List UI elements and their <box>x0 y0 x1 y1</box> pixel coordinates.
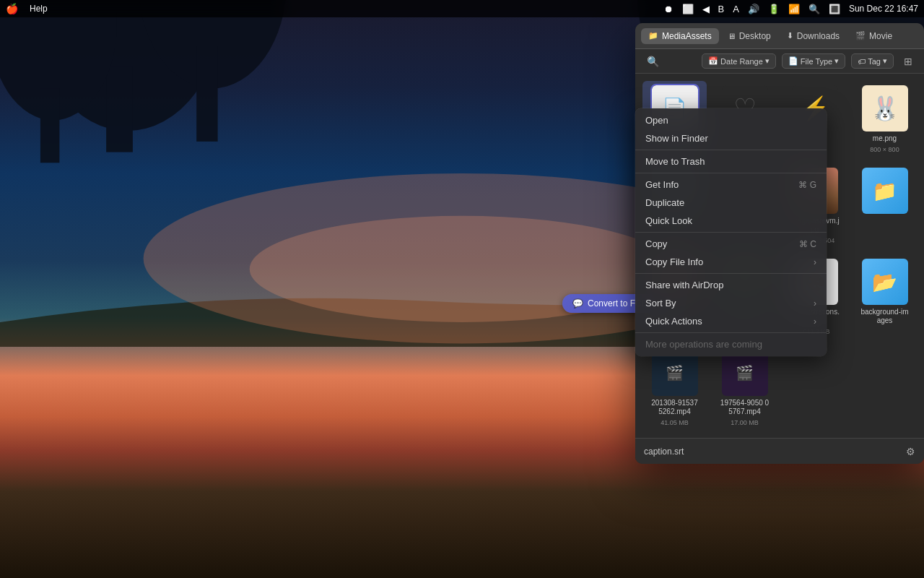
list-item[interactable]: 🎬 197564-9050 05767.mp4 17.00 MB <box>712 345 777 431</box>
item-label: 201308-91537 5262.mp4 <box>650 399 700 416</box>
separator <box>635 150 827 150</box>
spotlight-icon[interactable]: 🔳 <box>829 4 840 14</box>
separator <box>635 332 827 333</box>
calendar-icon: 📅 <box>708 56 718 66</box>
context-menu-quick-look[interactable]: Quick Look <box>635 212 827 230</box>
item-label: 197564-9050 05767.mp4 <box>720 399 770 416</box>
item-thumb: 📂 <box>862 259 908 305</box>
menubar-app-name[interactable]: Help <box>30 4 48 14</box>
sort-by-arrow: › <box>814 298 816 309</box>
item-thumb: 🎬 <box>652 350 698 396</box>
tag-icon: 🏷 <box>858 57 866 66</box>
duplicate-label: Duplicate <box>645 197 684 208</box>
gear-icon[interactable]: ⚙ <box>906 446 915 457</box>
file-type-chevron: ▾ <box>834 56 839 66</box>
date-range-chevron: ▾ <box>765 56 770 66</box>
svg-rect-3 <box>196 46 217 141</box>
copy-label: Copy <box>645 238 667 249</box>
back-icon[interactable]: ◀ <box>702 4 710 14</box>
svg-point-0 <box>32 0 223 131</box>
tab-desktop-icon: 🖥 <box>728 32 736 40</box>
quick-actions-label: Quick Actions <box>645 316 702 327</box>
context-menu-more-ops: More operations are coming <box>635 335 827 353</box>
item-label: me.png <box>873 134 897 143</box>
list-item[interactable]: 🐰 me.png 800 × 800 <box>853 81 917 158</box>
file-type-label: File Type <box>801 57 832 66</box>
svg-rect-5 <box>40 88 59 163</box>
tab-downloads-icon: ⬇ <box>787 31 793 40</box>
item-thumb: 📁 <box>862 168 908 214</box>
tag-filter[interactable]: 🏷 Tag ▾ <box>851 53 894 69</box>
list-item[interactable]: 🎬 201308-91537 5262.mp4 41.05 MB <box>642 345 707 431</box>
context-menu-move-to-trash[interactable]: Move to Trash <box>635 152 827 171</box>
context-menu-open[interactable]: Open <box>635 111 827 129</box>
svg-rect-1 <box>106 67 133 152</box>
tab-mediaassets-label: MediaAssets <box>662 31 712 41</box>
get-info-shortcut: ⌘ G <box>798 180 816 190</box>
tab-movie-label: Movie <box>869 31 892 41</box>
tab-mediaassets-icon: 📁 <box>648 31 658 40</box>
menubar-left: 🍎 Help <box>6 3 48 14</box>
menubar: 🍎 Help ⏺ ⬜ ◀ B A 🔊 🔋 📶 🔍 🔳 Sun Dec 22 16… <box>0 0 924 17</box>
tab-movie[interactable]: 🎬 Movie <box>848 28 899 44</box>
view-toggle[interactable]: ⊞ <box>899 54 917 69</box>
more-ops-label: More operations are coming <box>645 339 762 350</box>
copy-shortcut: ⌘ C <box>799 239 816 249</box>
volume-icon[interactable]: 🔊 <box>748 4 759 14</box>
file-type-filter[interactable]: 📄 File Type ▾ <box>782 53 845 69</box>
wifi-icon[interactable]: 📶 <box>788 4 800 14</box>
svg-point-4 <box>0 0 117 120</box>
context-menu-sort-by[interactable]: Sort By › <box>635 294 827 312</box>
file-icon: 📄 <box>788 56 798 66</box>
context-menu: Open Show in Finder Move to Trash Get In… <box>635 108 827 356</box>
context-menu-copy-file-info[interactable]: Copy File Info › <box>635 253 827 271</box>
finder-toolbar: 🔍 📅 Date Range ▾ 📄 File Type ▾ 🏷 Tag ▾ ⊞ <box>635 49 924 74</box>
show-in-finder-label: Show in Finder <box>645 133 708 144</box>
get-info-label: Get Info <box>645 179 679 190</box>
tab-mediaassets[interactable]: 📁 MediaAssets <box>641 28 719 44</box>
tab-downloads[interactable]: ⬇ Downloads <box>780 28 847 44</box>
copy-file-info-arrow: › <box>814 257 816 267</box>
context-menu-duplicate[interactable]: Duplicate <box>635 194 827 212</box>
tab-desktop[interactable]: 🖥 Desktop <box>720 28 778 44</box>
copy-file-info-label: Copy File Info <box>645 256 703 267</box>
tab-movie-icon: 🎬 <box>855 31 866 40</box>
item-size: 17.00 MB <box>731 419 759 426</box>
apple-menu[interactable]: 🍎 <box>6 3 18 14</box>
date-range-label: Date Range <box>720 57 763 66</box>
context-menu-get-info[interactable]: Get Info ⌘ G <box>635 176 827 194</box>
tab-downloads-label: Downloads <box>797 31 840 41</box>
finder-tabs: 📁 MediaAssets 🖥 Desktop ⬇ Downloads 🎬 Mo… <box>635 23 924 49</box>
bluetooth-icon[interactable]: B <box>718 4 725 14</box>
quick-actions-arrow: › <box>814 316 816 327</box>
item-thumb: 🐰 <box>862 85 908 131</box>
selected-filename: caption.srt <box>644 447 900 457</box>
context-menu-share-airdrop[interactable]: Share with AirDrop <box>635 276 827 294</box>
sort-by-label: Sort By <box>645 298 676 309</box>
open-label: Open <box>645 115 668 126</box>
input-icon[interactable]: A <box>733 4 739 14</box>
finder-bottom-bar: caption.srt ⚙ <box>635 438 924 464</box>
context-menu-show-in-finder[interactable]: Show in Finder <box>635 129 827 147</box>
search-icon[interactable]: 🔍 <box>808 4 820 14</box>
tag-chevron: ▾ <box>883 56 887 66</box>
convert-icon: 💬 <box>572 298 583 309</box>
separator <box>635 273 827 274</box>
item-size: 41.05 MB <box>661 419 689 426</box>
datetime: Sun Dec 22 16:47 <box>849 4 918 14</box>
tag-label: Tag <box>868 57 881 66</box>
item-thumb: 🎬 <box>722 350 768 396</box>
date-range-filter[interactable]: 📅 Date Range ▾ <box>702 53 776 69</box>
list-item[interactable]: 📂 background-images <box>853 254 917 340</box>
record-icon: ⏺ <box>664 4 674 14</box>
search-button[interactable]: 🔍 <box>642 54 663 69</box>
context-menu-copy[interactable]: Copy ⌘ C <box>635 235 827 253</box>
item-size: 800 × 800 <box>870 146 899 153</box>
separator <box>635 173 827 173</box>
list-item[interactable]: 📁 <box>853 163 917 249</box>
context-menu-quick-actions[interactable]: Quick Actions › <box>635 312 827 330</box>
separator <box>635 232 827 233</box>
window-icon: ⬜ <box>682 4 694 14</box>
move-to-trash-label: Move to Trash <box>645 156 705 167</box>
quick-look-label: Quick Look <box>645 215 692 226</box>
